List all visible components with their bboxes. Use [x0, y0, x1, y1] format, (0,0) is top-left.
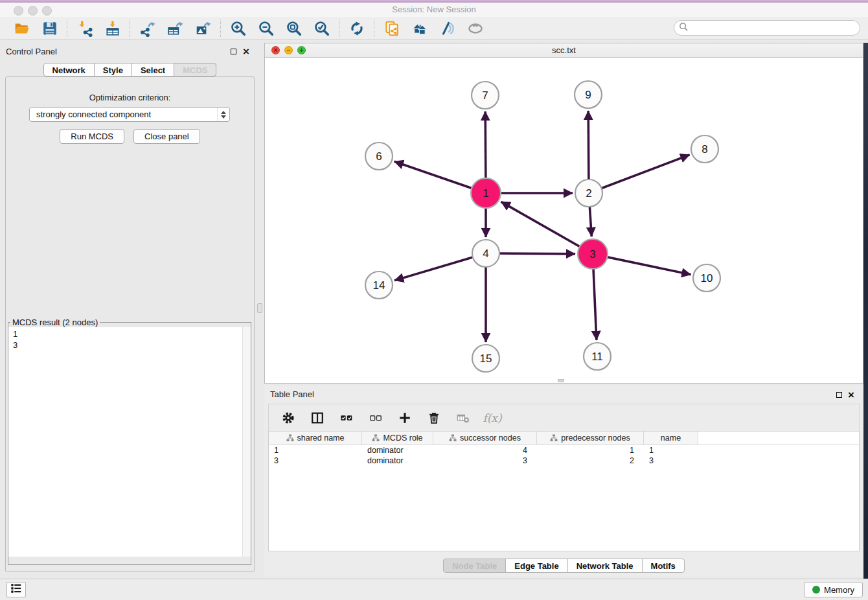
tab-select[interactable]: Select: [131, 63, 174, 76]
column-header-MCDS-role[interactable]: MCDS role: [362, 432, 433, 444]
svg-text:10: 10: [701, 272, 713, 284]
svg-text:6: 6: [376, 150, 382, 163]
mcds-result-scrollbar[interactable]: [242, 327, 251, 557]
column-type-icon: [449, 434, 457, 442]
toolbar-group: [131, 19, 220, 38]
edge-3-1[interactable]: [501, 202, 593, 254]
show-eye-button[interactable]: [466, 19, 485, 38]
memory-button[interactable]: Memory: [804, 582, 863, 597]
home-button[interactable]: [410, 19, 429, 38]
titlebar: Session: New Session: [0, 3, 868, 17]
network-window-resize-grip[interactable]: [558, 379, 564, 382]
cell: 3: [644, 456, 698, 465]
import-table-button[interactable]: [103, 19, 122, 38]
deselect-all-button[interactable]: [367, 409, 385, 427]
float-table-panel-icon[interactable]: [836, 392, 842, 398]
status-bar: Memory: [0, 579, 868, 600]
node-14[interactable]: 14: [365, 271, 393, 299]
svg-text:14: 14: [373, 279, 385, 292]
network-view-window: ×−+ scc.txt 7968124314101511: [264, 43, 863, 384]
optimization-criterion-dropdown[interactable]: strongly connected component: [29, 107, 230, 122]
zoom-out-button[interactable]: [257, 19, 276, 38]
control-panel: Control Panel × NetworkStyleSelectMCDS O…: [0, 43, 260, 577]
save-session-button[interactable]: [40, 19, 60, 38]
tab-network-table[interactable]: Network Table: [567, 559, 643, 573]
import-network-button[interactable]: [75, 19, 95, 38]
network-canvas[interactable]: 7968124314101511: [265, 58, 863, 383]
tab-motifs[interactable]: Motifs: [642, 559, 685, 573]
table-panel-title: Table Panel: [270, 386, 314, 404]
close-table-panel-icon[interactable]: ×: [846, 389, 856, 402]
table-row[interactable]: 1dominator411: [269, 445, 859, 456]
search-box[interactable]: [674, 20, 860, 36]
node-6[interactable]: 6: [365, 143, 393, 170]
column-header-successor-nodes[interactable]: successor nodes: [433, 432, 537, 444]
node-4[interactable]: 4: [472, 240, 499, 267]
svg-text:8: 8: [702, 143, 707, 156]
edge-2-8[interactable]: [589, 155, 690, 193]
search-icon: [679, 22, 689, 34]
close-panel-button[interactable]: Close panel: [133, 129, 200, 144]
tab-edge-table[interactable]: Edge Table: [505, 559, 567, 573]
node-3[interactable]: 3: [578, 239, 608, 269]
search-input[interactable]: [689, 23, 860, 34]
import-table-icon: [104, 20, 121, 37]
export-table-button[interactable]: [166, 19, 185, 38]
tab-node-table[interactable]: Node Table: [443, 559, 506, 573]
run-mcds-button[interactable]: Run MCDS: [60, 129, 124, 144]
add-row-button[interactable]: [396, 409, 414, 427]
node-1[interactable]: 1: [471, 178, 501, 208]
refresh-button[interactable]: [347, 19, 367, 38]
hide-panel-button[interactable]: [438, 19, 457, 38]
cell: 1: [644, 446, 698, 455]
node-7[interactable]: 7: [472, 82, 499, 109]
delete-row-button[interactable]: [425, 409, 443, 427]
node-11[interactable]: 11: [584, 343, 611, 370]
svg-text:9: 9: [585, 89, 591, 101]
zoom-fit-button[interactable]: [284, 19, 304, 38]
refresh-icon: [348, 20, 365, 37]
close-panel-icon[interactable]: ×: [241, 45, 251, 58]
select-all-button[interactable]: [337, 409, 356, 427]
column-type-icon: [550, 434, 558, 442]
table-header-row: shared nameMCDS rolesuccessor nodesprede…: [269, 432, 859, 445]
show-eye-icon: [467, 20, 484, 37]
table-panel: Table Panel × f(x) shared nameMCDS roles…: [264, 386, 863, 577]
task-history-button[interactable]: [6, 582, 26, 597]
window-title: Session: New Session: [0, 3, 868, 17]
split-divider-handle[interactable]: [257, 303, 262, 313]
zoom-out-icon: [258, 20, 275, 37]
node-9[interactable]: 9: [575, 81, 602, 108]
column-header-name[interactable]: name: [644, 432, 698, 444]
memory-label: Memory: [824, 585, 854, 595]
export-network-button[interactable]: [138, 19, 157, 38]
node-15[interactable]: 15: [472, 345, 499, 372]
mcds-result-title: MCDS result (2 nodes): [10, 317, 100, 327]
tab-mcds[interactable]: MCDS: [174, 63, 216, 76]
clone-network-button[interactable]: [382, 19, 402, 38]
export-image-icon: [195, 20, 212, 37]
zoom-selected-icon: [314, 20, 330, 37]
mcds-result-list[interactable]: 1 3: [8, 327, 251, 557]
tab-network[interactable]: Network: [43, 63, 95, 76]
split-column-button[interactable]: [308, 409, 326, 427]
clone-network-icon: [383, 20, 400, 37]
column-header-predecessor-nodes[interactable]: predecessor nodes: [537, 432, 644, 444]
zoom-in-button[interactable]: [229, 19, 248, 38]
svg-text:7: 7: [482, 89, 488, 102]
node-10[interactable]: 10: [693, 264, 720, 292]
export-image-button[interactable]: [194, 19, 213, 38]
control-panel-title: Control Panel: [6, 43, 57, 61]
toolbar-group: [5, 19, 67, 38]
zoom-selected-button[interactable]: [312, 19, 332, 38]
node-8[interactable]: 8: [691, 135, 718, 163]
list-icon: [10, 583, 23, 597]
zoom-fit-icon: [286, 20, 303, 37]
open-session-button[interactable]: [12, 19, 32, 38]
table-row[interactable]: 3dominator323: [269, 456, 859, 466]
tab-style[interactable]: Style: [94, 63, 132, 76]
settings-button[interactable]: [279, 409, 297, 427]
column-header-shared-name[interactable]: shared name: [269, 432, 362, 444]
node-2[interactable]: 2: [575, 179, 602, 207]
float-panel-icon[interactable]: [231, 49, 236, 54]
